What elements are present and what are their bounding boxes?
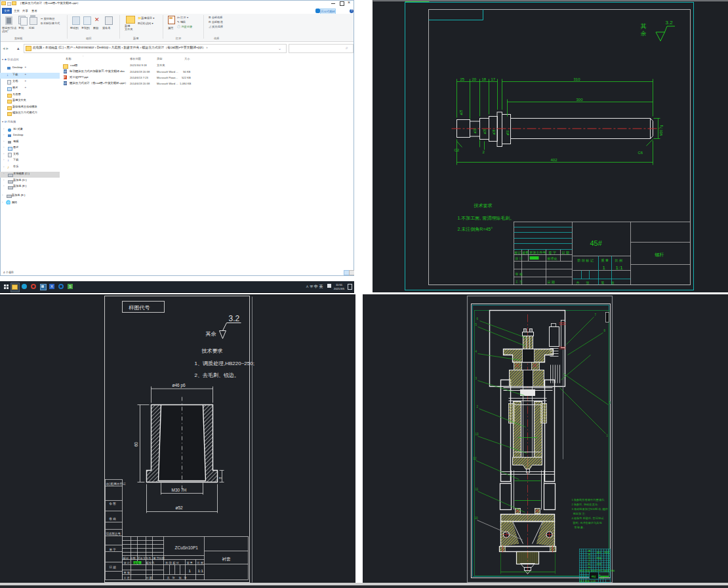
svg-text:9: 9 (609, 401, 611, 404)
svg-text:螺: 螺 (588, 549, 591, 553)
svg-text:ø38: ø38 (493, 129, 496, 134)
svg-text:1: 1 (603, 265, 606, 271)
svg-text:第: 第 (179, 576, 182, 579)
svg-text:2.未注倒角R=45°: 2.未注倒角R=45° (458, 226, 493, 232)
svg-text:张: 张 (611, 281, 615, 285)
svg-text:批准: 批准 (605, 551, 610, 554)
svg-text:ø25: ø25 (460, 109, 463, 115)
svg-text:张: 张 (586, 281, 590, 285)
svg-text:处数: 处数 (523, 250, 529, 255)
svg-text:标准化: 标准化 (146, 561, 155, 565)
svg-text:比 例: 比 例 (197, 561, 204, 565)
svg-text:C6: C6 (638, 151, 643, 155)
svg-text:1:1: 1:1 (616, 265, 624, 271)
svg-text:工艺: 工艺 (597, 562, 602, 566)
svg-text:2.装配后, 转动应灵活;: 2.装配后, 转动应灵活; (572, 503, 598, 507)
svg-text:C2: C2 (455, 148, 460, 152)
svg-text:日 期: 日 期 (146, 576, 153, 579)
svg-text:比例: 比例 (591, 579, 596, 583)
svg-text:更改文件号: 更改文件号 (530, 250, 546, 254)
svg-text:ZCuSn10P1: ZCuSn10P1 (175, 545, 199, 550)
svg-text:1、调质处理,HB220~250;: 1、调质处理,HB220~250; (195, 361, 254, 366)
svg-text:日 期: 日 期 (562, 250, 569, 255)
svg-text:1:1: 1:1 (198, 569, 204, 573)
svg-text:签 字: 签 字 (110, 548, 117, 551)
svg-text:ø52: ø52 (176, 505, 184, 510)
svg-text:旧底图总号: 旧底图总号 (106, 532, 121, 536)
svg-text:20: 20 (472, 77, 477, 81)
svg-text:45#: 45# (590, 239, 603, 247)
svg-text:ø30: ø30 (474, 128, 477, 133)
svg-text:技术要求: 技术要求 (474, 203, 493, 208)
svg-text:2、去毛刺、锐边。: 2、去毛刺、锐边。 (195, 372, 239, 378)
svg-text:工 艺: 工 艺 (123, 576, 131, 579)
svg-text:旋: 旋 (588, 553, 591, 556)
svg-text:共: 共 (576, 281, 580, 284)
svg-text:审核: 审核 (597, 557, 602, 560)
svg-text:1: 1 (189, 569, 192, 573)
svg-text:402: 402 (551, 158, 558, 162)
svg-text:6: 6 (477, 317, 479, 321)
svg-text:设 计: 设 计 (515, 256, 523, 260)
svg-text:日 期: 日 期 (548, 280, 555, 284)
svg-text:样图代号: 样图代号 (129, 305, 150, 311)
svg-text:衬套: 衬套 (222, 557, 232, 562)
svg-text:其: 其 (641, 23, 647, 29)
svg-text:阶 段 标 记: 阶 段 标 记 (166, 561, 180, 565)
svg-text:规定加 注;: 规定加 注; (573, 512, 586, 515)
svg-text:机: 机 (588, 562, 591, 566)
svg-text:3: 3 (475, 377, 477, 380)
svg-text:共: 共 (167, 576, 171, 579)
svg-text:4: 4 (475, 350, 477, 353)
svg-text:余: 余 (641, 30, 647, 37)
svg-text:重 量: 重 量 (601, 258, 609, 262)
svg-text:4.组装完 检验后, 空运转试: 4.组装完 检验后, 空运转试 (572, 517, 605, 520)
svg-text:日期: 日期 (159, 557, 165, 560)
svg-text:审 核: 审 核 (124, 571, 131, 574)
svg-text:2: 2 (483, 150, 485, 154)
svg-text:设计: 设计 (580, 579, 585, 583)
svg-text:M30 7H: M30 7H (172, 488, 187, 492)
svg-text:比 例: 比 例 (615, 258, 622, 263)
svg-text:张: 张 (172, 576, 176, 579)
svg-text:设 计: 设 计 (124, 561, 131, 564)
svg-text:1.装配前所有零件均需清洗;: 1.装配前所有零件均需清洗; (572, 498, 605, 502)
svg-text:3.2: 3.2 (666, 20, 674, 26)
svg-text:1: 1 (607, 434, 609, 437)
svg-text:3.2: 3.2 (229, 314, 240, 323)
svg-text:ø35: ø35 (483, 128, 487, 134)
svg-text:日 期: 日 期 (110, 566, 117, 569)
svg-text:工 艺: 工 艺 (516, 280, 523, 284)
svg-text:螺杆: 螺杆 (655, 252, 664, 257)
svg-text:M30 7g: M30 7g (659, 125, 663, 136)
svg-text:7: 7 (595, 313, 597, 317)
svg-text:60: 60 (134, 442, 138, 447)
svg-text:张: 张 (184, 576, 188, 579)
svg-text:技术要求: 技术要求 (201, 348, 223, 354)
svg-text:3.滑动轴承加注N32机油, 螺杆: 3.滑动轴承加注N32机油, 螺杆 (572, 507, 608, 511)
svg-text:17: 17 (491, 77, 496, 81)
svg-text:10: 10 (475, 517, 479, 520)
svg-text:常现 象。: 常现 象。 (575, 526, 586, 529)
svg-text:12: 12 (474, 457, 477, 460)
svg-text:25: 25 (460, 77, 465, 81)
svg-text:标记 处数 更改文件号 签名 日期: 标记 处数 更改文件号 签名 日期 (579, 569, 615, 572)
svg-text:13: 13 (475, 433, 479, 436)
svg-text:标记: 标记 (514, 250, 521, 255)
svg-text:标准化: 标准化 (547, 256, 557, 261)
svg-text:压: 压 (588, 556, 591, 559)
svg-text:阶 段 标 记: 阶 段 标 记 (578, 258, 594, 263)
svg-text:签 字: 签 字 (549, 250, 556, 255)
svg-text:审 核: 审 核 (516, 272, 523, 276)
svg-text:8: 8 (604, 329, 606, 332)
svg-text:验时, 无冲击噪声与其他: 验时, 无冲击噪声与其他 (573, 521, 603, 525)
svg-text:更改文件号: 更改文件号 (138, 557, 152, 560)
svg-text:收 藏: 收 藏 (110, 517, 117, 520)
svg-text:18: 18 (482, 77, 487, 81)
svg-text:重 量: 重 量 (187, 561, 193, 564)
svg-text:力: 力 (588, 559, 591, 562)
svg-text:5: 5 (475, 323, 477, 326)
svg-text:ø50: ø50 (506, 130, 510, 135)
svg-text:螺纹: 螺纹 (592, 575, 597, 578)
svg-text:11: 11 (475, 488, 479, 491)
